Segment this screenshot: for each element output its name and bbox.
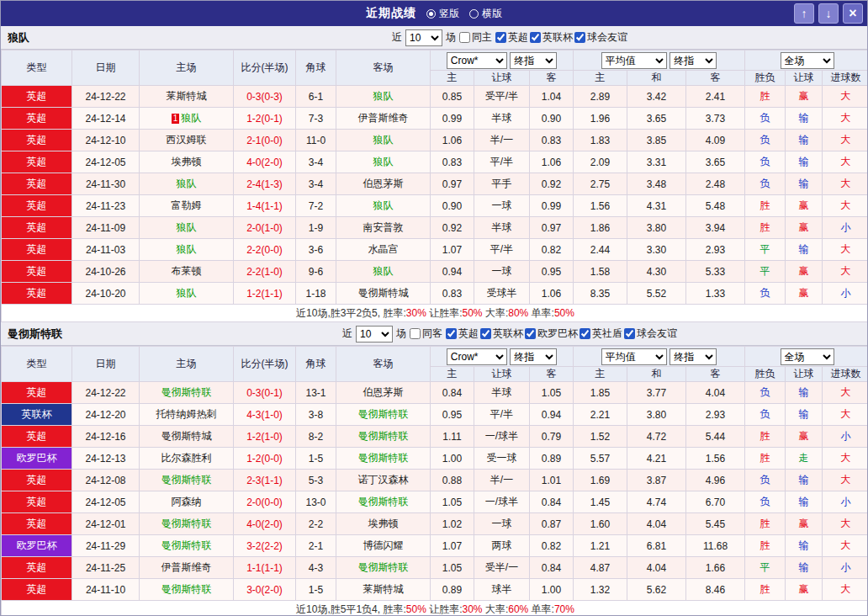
final-index-select-2[interactable]: 终指 bbox=[670, 52, 717, 69]
league-checkbox[interactable] bbox=[495, 32, 506, 43]
league-filter-英社盾[interactable]: 英社盾 bbox=[580, 327, 622, 341]
match-row: 英超24-12-22莱斯特城0-3(0-3)6-1狼队0.85受平/半1.042… bbox=[2, 86, 868, 108]
average-select[interactable]: 平均值 bbox=[601, 52, 667, 69]
league-checkbox[interactable] bbox=[525, 328, 536, 339]
match-row: 英超24-12-05阿森纳2-0(0-0)13-0曼彻斯特联1.05一/球半0.… bbox=[2, 491, 868, 513]
full-half-score: 1-2(0-0) bbox=[234, 448, 296, 470]
home-team-name: 曼彻斯特城 bbox=[161, 430, 212, 442]
final-index-select[interactable]: 终指 bbox=[510, 52, 557, 69]
league-checkbox-label: 球会友谊 bbox=[637, 327, 677, 341]
home-odds: 1.07 bbox=[431, 535, 474, 557]
handicap-line: 平/半 bbox=[474, 151, 530, 173]
away-team-cell: 曼彻斯特联 bbox=[336, 426, 431, 448]
match-row: 英联杯24-12-20托特纳姆热刺4-3(1-0)3-8曼彻斯特联0.95平/半… bbox=[2, 404, 868, 426]
handicap-line: 一球 bbox=[474, 261, 530, 283]
handicap-line: 平手 bbox=[474, 173, 530, 195]
handicap-line: 一球 bbox=[474, 513, 530, 535]
handicap-flag: 赢 bbox=[786, 261, 823, 283]
league-checkbox[interactable] bbox=[580, 328, 590, 339]
winlose-flag: 负 bbox=[745, 382, 786, 404]
league-filter-英超[interactable]: 英超 bbox=[446, 327, 479, 341]
close-button[interactable]: × bbox=[843, 3, 863, 24]
home-team-cell: 伊普斯维奇 bbox=[140, 557, 234, 579]
odds-company-select[interactable]: Crow* bbox=[447, 52, 507, 69]
layout-horizontal-option[interactable]: 横版 bbox=[469, 7, 502, 21]
away-team-name: 伊普斯维奇 bbox=[358, 112, 409, 124]
summary-stat-label: 大率: bbox=[485, 603, 508, 615]
games-label: 场 bbox=[396, 327, 406, 341]
layout-horizontal-radio[interactable] bbox=[469, 9, 479, 19]
scope-select[interactable]: 全场 bbox=[781, 52, 834, 69]
summary-stat-value: 70% bbox=[554, 603, 574, 615]
layout-vertical-label: 竖版 bbox=[439, 7, 459, 21]
avg-draw-odds: 3.31 bbox=[627, 151, 686, 173]
handicap-line: 两球 bbox=[474, 535, 530, 557]
move-down-button[interactable]: ↓ bbox=[818, 3, 839, 24]
winlose-flag: 负 bbox=[745, 283, 786, 305]
layout-vertical-radio[interactable] bbox=[426, 9, 436, 19]
handicap-flag: 输 bbox=[786, 491, 823, 513]
goals-flag: 小 bbox=[823, 557, 868, 579]
winlose-flag: 平 bbox=[745, 261, 786, 283]
col-score: 比分(半场) bbox=[234, 50, 296, 86]
handicap-flag: 输 bbox=[786, 151, 823, 173]
subcol-goals: 进球数 bbox=[823, 367, 868, 382]
handicap-flag: 赢 bbox=[786, 217, 823, 239]
same-venue-checkbox[interactable] bbox=[410, 328, 421, 339]
league-type-cell: 英超 bbox=[2, 261, 72, 283]
match-date: 24-11-03 bbox=[72, 239, 140, 261]
league-checkbox[interactable] bbox=[624, 328, 635, 339]
away-team-name: 诺丁汉森林 bbox=[358, 474, 409, 486]
move-up-button[interactable]: ↑ bbox=[794, 3, 814, 24]
same-venue-filter[interactable]: 同主 bbox=[459, 30, 492, 45]
final-index-select-2[interactable]: 终指 bbox=[670, 348, 717, 365]
matches-table: 类型 日期 主场 比分(半场) 角球 客场 Crow* 终指 平均值 终指 bbox=[1, 50, 868, 322]
league-type-cell: 英超 bbox=[2, 217, 72, 239]
summary-stat-label: 胜率: bbox=[383, 307, 405, 319]
league-checkbox[interactable] bbox=[574, 32, 585, 43]
goals-flag: 小 bbox=[823, 283, 868, 305]
avg-draw-odds: 6.81 bbox=[627, 535, 686, 557]
match-count-select[interactable]: 10 bbox=[356, 326, 393, 343]
league-checkbox[interactable] bbox=[530, 32, 541, 43]
away-odds: 1.04 bbox=[530, 86, 574, 108]
league-filter-英联杯[interactable]: 英联杯 bbox=[530, 30, 573, 45]
handicap-line: 受平/半 bbox=[474, 86, 530, 108]
match-row: 英超24-11-25伊普斯维奇1-1(1-1)4-3曼彻斯特联1.05受半/一0… bbox=[2, 557, 868, 579]
layout-vertical-option[interactable]: 竖版 bbox=[426, 7, 459, 21]
corner-score: 7-2 bbox=[296, 195, 336, 217]
avg-home-odds: 1.32 bbox=[574, 579, 627, 601]
match-date: 24-11-30 bbox=[72, 173, 140, 195]
league-filter-英超[interactable]: 英超 bbox=[495, 30, 528, 45]
league-checkbox[interactable] bbox=[446, 328, 457, 339]
league-checkbox[interactable] bbox=[480, 328, 491, 339]
away-odds: 1.06 bbox=[530, 283, 574, 305]
away-team-cell: 博德闪耀 bbox=[336, 535, 431, 557]
average-select[interactable]: 平均值 bbox=[601, 348, 667, 365]
final-index-select[interactable]: 终指 bbox=[510, 348, 557, 365]
avg-home-odds: 5.57 bbox=[574, 448, 627, 470]
corner-score: 5-3 bbox=[296, 470, 336, 491]
away-team-cell: 曼彻斯特联 bbox=[336, 491, 431, 513]
same-venue-checkbox[interactable] bbox=[459, 32, 470, 43]
away-team-name: 曼彻斯特联 bbox=[358, 430, 409, 442]
home-team-cell: 西汉姆联 bbox=[140, 130, 234, 151]
league-checkbox-label: 英社盾 bbox=[592, 327, 622, 341]
home-team-name: 曼彻斯特联 bbox=[161, 386, 212, 398]
match-row: 英超24-12-22曼彻斯特联0-3(0-1)13-1伯恩茅斯0.84半球1.0… bbox=[2, 382, 868, 404]
match-row: 英超24-12-08曼彻斯特联2-3(1-1)5-3诺丁汉森林0.88半/一1.… bbox=[2, 470, 868, 491]
home-odds: 0.88 bbox=[431, 470, 474, 491]
odds-company-select[interactable]: Crow* bbox=[447, 348, 507, 365]
match-date: 24-11-09 bbox=[72, 217, 140, 239]
summary-stat-value: 50% bbox=[463, 307, 485, 319]
odds-group-scope: 全场 bbox=[745, 347, 868, 367]
league-filter-英联杯[interactable]: 英联杯 bbox=[480, 327, 523, 341]
handicap-flag: 输 bbox=[786, 108, 823, 130]
match-count-select[interactable]: 10 bbox=[405, 29, 442, 46]
league-filter-欧罗巴杯[interactable]: 欧罗巴杯 bbox=[525, 327, 578, 341]
league-filter-球会友谊[interactable]: 球会友谊 bbox=[574, 30, 627, 45]
league-filter-球会友谊[interactable]: 球会友谊 bbox=[624, 327, 677, 341]
scope-select[interactable]: 全场 bbox=[781, 348, 834, 365]
same-venue-filter[interactable]: 同客 bbox=[410, 327, 442, 341]
rank-badge: 1 bbox=[172, 114, 180, 124]
